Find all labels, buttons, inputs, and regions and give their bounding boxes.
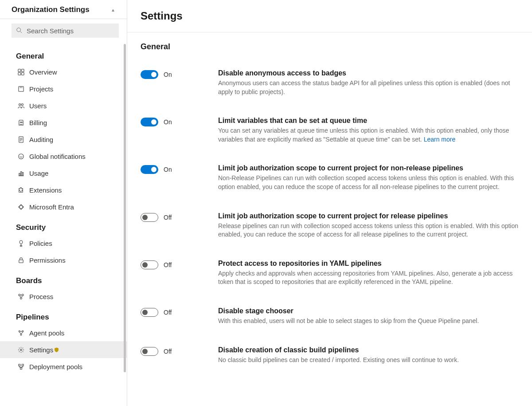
setting-text: Disable stage chooserWith this enabled, … [218, 307, 519, 326]
toggle-switch[interactable] [141, 308, 158, 317]
toggle-col: Off [141, 307, 218, 317]
sidebar-item-label: Auditing [29, 136, 53, 143]
nav-scroller[interactable]: GeneralOverviewProjectsUsersBillingAudit… [0, 42, 127, 406]
svg-rect-4 [18, 72, 20, 75]
toggle-label: Off [164, 214, 172, 221]
svg-point-18 [18, 154, 23, 158]
search-box[interactable] [12, 24, 119, 38]
toggle-switch[interactable] [141, 70, 158, 79]
svg-point-34 [20, 334, 22, 335]
svg-point-23 [20, 240, 23, 244]
svg-line-35 [19, 332, 21, 334]
sidebar-item-billing[interactable]: Billing [0, 114, 127, 131]
policies-icon [17, 240, 25, 247]
entra-icon [17, 204, 25, 210]
sidebar-item-extensions[interactable]: Extensions [0, 181, 127, 198]
learn-more-link[interactable]: Learn more [424, 136, 456, 143]
projects-icon [17, 86, 25, 92]
setting-title: Disable anonymous access to badges [218, 69, 519, 77]
page-title: Settings [127, 0, 532, 28]
setting-row: OnDisable anonymous access to badgesAnon… [141, 69, 519, 96]
setting-row: OnLimit job authorization scope to curre… [141, 164, 519, 191]
setting-title: Disable creation of classic build pipeli… [218, 346, 519, 354]
agentpools-icon [17, 330, 25, 336]
toggle-col: Off [141, 346, 218, 356]
toggle-knob [151, 167, 156, 172]
sidebar-item-label: Billing [29, 119, 47, 126]
toggle-knob [151, 72, 156, 77]
toggle-knob [151, 119, 156, 125]
nav-group: SecurityPoliciesPermissions [0, 216, 127, 269]
sidebar-item-policies[interactable]: Policies [0, 235, 127, 252]
sidebar-item-projects[interactable]: Projects [0, 80, 127, 97]
setting-text: Disable creation of classic build pipeli… [218, 346, 519, 365]
toggle-label: On [164, 71, 172, 78]
svg-line-36 [21, 332, 23, 334]
nav-group-title: Pipelines [0, 307, 127, 324]
sidebar-title: Organization Settings [12, 5, 90, 14]
toggle-knob [142, 310, 148, 315]
sidebar-item-label: Projects [29, 85, 53, 93]
svg-point-32 [19, 331, 20, 332]
svg-rect-20 [19, 173, 20, 176]
toggle-label: On [164, 118, 172, 126]
sidebar-item-label: Policies [29, 240, 52, 247]
toggle-label: Off [164, 309, 172, 316]
svg-point-9 [19, 103, 20, 105]
toggle-switch[interactable] [141, 213, 158, 222]
sidebar-item-permissions[interactable]: Permissions [0, 252, 127, 268]
nav-group-title: Security [0, 217, 127, 235]
setting-row: OffDisable stage chooserWith this enable… [141, 307, 519, 326]
svg-point-28 [20, 297, 22, 299]
search-input[interactable] [26, 27, 114, 35]
sidebar-item-label: Agent pools [29, 329, 64, 337]
sidebar-item-settings[interactable]: Settings [0, 341, 127, 358]
svg-rect-6 [18, 86, 23, 91]
toggle-switch[interactable] [141, 260, 158, 269]
svg-line-31 [21, 296, 22, 297]
sidebar-item-label: Extensions [29, 186, 62, 194]
sidebar-item-label: Process [29, 293, 53, 300]
toggle-col: Off [141, 260, 218, 269]
scrollbar-thumb[interactable] [124, 44, 126, 372]
collapse-icon[interactable]: ▲ [111, 8, 115, 12]
notifications-icon [17, 153, 25, 160]
svg-point-12 [20, 122, 21, 122]
setting-text: Protect access to repositories in YAML p… [218, 260, 519, 287]
deploypools-icon [17, 363, 25, 370]
toggle-switch[interactable] [141, 165, 158, 174]
setting-desc: Release pipelines can run with collectio… [218, 222, 519, 239]
auditing-icon [17, 136, 25, 143]
sidebar-item-microsoft-entra[interactable]: Microsoft Entra [0, 198, 127, 215]
svg-point-33 [22, 331, 23, 332]
sidebar-item-overview[interactable]: Overview [0, 63, 127, 80]
setting-title: Protect access to repositories in YAML p… [218, 260, 519, 268]
settings-panel[interactable]: General OnDisable anonymous access to ba… [127, 32, 532, 406]
sidebar-item-label: Microsoft Entra [29, 203, 74, 211]
sidebar-header: Organization Settings ▲ [0, 0, 127, 19]
setting-desc: You can set any variables at queue time … [218, 126, 519, 144]
search-icon [16, 27, 22, 35]
group-title: General [141, 42, 519, 51]
svg-rect-2 [18, 69, 20, 71]
setting-title: Limit job authorization scope to current… [218, 164, 519, 172]
sidebar-item-users[interactable]: Users [0, 97, 127, 114]
toggle-col: On [141, 164, 218, 174]
sidebar-item-agent-pools[interactable]: Agent pools [0, 324, 127, 341]
setting-desc: No classic build pipelines can be create… [218, 356, 519, 365]
sidebar-item-process[interactable]: Process [0, 288, 127, 305]
sidebar-item-usage[interactable]: Usage [0, 165, 127, 181]
toggle-switch[interactable] [141, 347, 158, 356]
toggle-label: On [164, 166, 172, 173]
sidebar-item-auditing[interactable]: Auditing [0, 131, 127, 148]
nav-group: GeneralOverviewProjectsUsersBillingAudit… [0, 45, 127, 216]
sidebar-item-deployment-pools[interactable]: Deployment pools [0, 358, 127, 375]
svg-rect-5 [21, 72, 24, 75]
toggle-knob [142, 262, 148, 268]
setting-row: OnLimit variables that can be set at que… [141, 117, 519, 144]
toggle-col: Off [141, 212, 218, 222]
toggle-switch[interactable] [141, 118, 158, 126]
svg-point-13 [21, 122, 22, 122]
sidebar-item-global-notifications[interactable]: Global notifications [0, 148, 127, 165]
sidebar: Organization Settings ▲ GeneralOverviewP… [0, 0, 127, 406]
